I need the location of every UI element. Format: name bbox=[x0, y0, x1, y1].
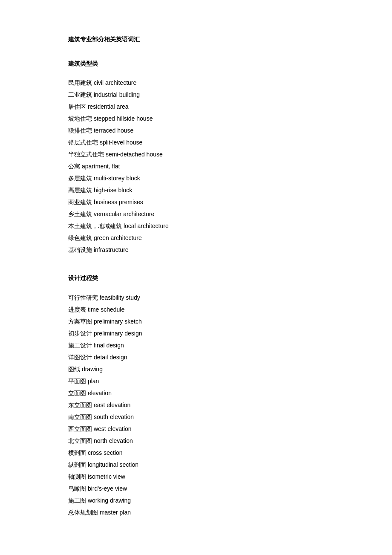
vocab-english: industrial building bbox=[94, 91, 140, 98]
vocab-chinese: 施工图 bbox=[68, 497, 86, 504]
vocab-english: stepped hillside house bbox=[94, 115, 153, 122]
vocab-item: 工业建筑 industrial building bbox=[68, 89, 324, 101]
section-building-types: 建筑类型类民用建筑 civil architecture工业建筑 industr… bbox=[68, 58, 324, 256]
vocab-item: 平面图 plan bbox=[68, 375, 324, 387]
vocab-item: 本土建筑，地域建筑 local architecture bbox=[68, 220, 324, 232]
vocab-item: 方案草图 preliminary sketch bbox=[68, 315, 324, 327]
vocab-english: green architecture bbox=[94, 234, 142, 241]
vocab-item: 东立面图 east elevation bbox=[68, 399, 324, 411]
vocab-english: civil architecture bbox=[94, 79, 136, 86]
vocab-english: drawing bbox=[82, 366, 103, 373]
vocab-chinese: 民用建筑 bbox=[68, 79, 92, 86]
vocab-item: 纵剖面 longitudinal section bbox=[68, 459, 324, 471]
vocab-english: feasibility study bbox=[100, 294, 140, 301]
vocab-item: 半独立式住宅 semi-detached house bbox=[68, 148, 324, 160]
vocab-english: east elevation bbox=[94, 402, 130, 408]
vocab-item: 商业建筑 business premises bbox=[68, 196, 324, 208]
vocab-english: preliminary sketch bbox=[94, 318, 142, 325]
vocab-chinese: 方案草图 bbox=[68, 318, 92, 325]
vocab-chinese: 绿色建筑 bbox=[68, 234, 92, 241]
vocab-chinese: 总体规划图 bbox=[68, 509, 98, 516]
vocab-item: 基础设施 infrastructure bbox=[68, 244, 324, 256]
vocab-chinese: 进度表 bbox=[68, 306, 86, 313]
vocab-chinese: 可行性研究 bbox=[68, 294, 98, 301]
vocab-english: infrastructure bbox=[94, 246, 129, 253]
vocab-chinese: 基础设施 bbox=[68, 246, 92, 253]
vocab-item: 公寓 apartment, flat bbox=[68, 160, 324, 172]
vocab-item: 横剖面 cross section bbox=[68, 447, 324, 459]
vocab-english: cross section bbox=[88, 449, 123, 456]
vocab-english: preliminary design bbox=[94, 330, 142, 337]
vocab-item: 详图设计 detail design bbox=[68, 351, 324, 363]
vocab-english: working drawing bbox=[88, 497, 131, 504]
vocab-item: 民用建筑 civil architecture bbox=[68, 77, 324, 89]
vocab-english: north elevation bbox=[94, 437, 133, 444]
vocab-english: west elevation bbox=[94, 425, 132, 432]
vocab-item: 坡地住宅 stepped hillside house bbox=[68, 113, 324, 124]
vocab-chinese: 多层建筑 bbox=[68, 175, 92, 182]
vocab-chinese: 坡地住宅 bbox=[68, 115, 92, 122]
vocab-english: local architecture bbox=[124, 223, 169, 229]
vocab-item: 乡土建筑 vernacular architecture bbox=[68, 208, 324, 220]
page-title: 建筑专业部分相关英语词汇 bbox=[68, 34, 324, 45]
vocab-english: isometric view bbox=[88, 473, 125, 480]
vocab-english: final design bbox=[94, 342, 124, 349]
vocab-chinese: 轴测图 bbox=[68, 473, 86, 480]
vocab-english: master plan bbox=[100, 509, 131, 516]
vocab-item: 立面图 elevation bbox=[68, 387, 324, 399]
vocab-item: 轴测图 isometric view bbox=[68, 471, 324, 483]
vocab-chinese: 图纸 bbox=[68, 366, 80, 373]
vocab-english: business premises bbox=[94, 199, 143, 205]
vocab-english: split-level house bbox=[100, 139, 142, 146]
vocab-chinese: 居住区 bbox=[68, 103, 86, 110]
vocab-english: vernacular architecture bbox=[94, 211, 154, 217]
vocab-chinese: 初步设计 bbox=[68, 330, 92, 337]
vocab-chinese: 错层式住宅 bbox=[68, 139, 98, 146]
vocab-chinese: 西立面图 bbox=[68, 425, 92, 432]
vocab-item: 总体规划图 master plan bbox=[68, 506, 324, 518]
vocab-list-building-types: 民用建筑 civil architecture工业建筑 industrial b… bbox=[68, 77, 324, 256]
vocab-item: 联排住宅 terraced house bbox=[68, 124, 324, 136]
vocab-english: semi-detached house bbox=[106, 151, 163, 158]
vocab-english: apartment, flat bbox=[82, 163, 120, 170]
vocab-english: south elevation bbox=[94, 413, 134, 420]
vocab-english: longitudinal section bbox=[88, 461, 138, 468]
vocab-item: 居住区 residential area bbox=[68, 101, 324, 113]
vocab-item: 进度表 time schedule bbox=[68, 304, 324, 315]
vocab-chinese: 平面图 bbox=[68, 378, 86, 384]
vocab-chinese: 联排住宅 bbox=[68, 127, 92, 134]
vocab-item: 多层建筑 multi-storey block bbox=[68, 172, 324, 184]
vocab-list-design-process: 可行性研究 feasibility study进度表 time schedule… bbox=[68, 292, 324, 518]
vocab-english: high-rise block bbox=[94, 187, 132, 194]
vocab-item: 西立面图 west elevation bbox=[68, 423, 324, 435]
vocab-chinese: 东立面图 bbox=[68, 402, 92, 408]
vocab-chinese: 立面图 bbox=[68, 390, 86, 396]
vocab-item: 北立面图 north elevation bbox=[68, 435, 324, 447]
vocab-item: 施工图 working drawing bbox=[68, 494, 324, 506]
vocab-chinese: 施工设计 bbox=[68, 342, 92, 349]
vocab-chinese: 详图设计 bbox=[68, 354, 92, 361]
section-heading-design-process: 设计过程类 bbox=[68, 273, 324, 283]
vocab-chinese: 南立面图 bbox=[68, 413, 92, 420]
vocab-item: 绿色建筑 green architecture bbox=[68, 232, 324, 244]
section-design-process: 设计过程类可行性研究 feasibility study进度表 time sch… bbox=[68, 273, 324, 518]
vocab-item: 高层建筑 high-rise block bbox=[68, 184, 324, 196]
vocab-item: 施工设计 final design bbox=[68, 339, 324, 351]
page-container: 建筑专业部分相关英语词汇 建筑类型类民用建筑 civil architectur… bbox=[68, 34, 324, 518]
vocab-english: elevation bbox=[88, 390, 112, 396]
section-heading-building-types: 建筑类型类 bbox=[68, 58, 324, 69]
vocab-chinese: 高层建筑 bbox=[68, 187, 92, 194]
vocab-english: plan bbox=[88, 378, 99, 384]
vocab-english: residential area bbox=[88, 103, 129, 110]
vocab-english: terraced house bbox=[94, 127, 133, 134]
vocab-chinese: 鸟瞰图 bbox=[68, 485, 86, 492]
vocab-english: time schedule bbox=[88, 306, 124, 313]
vocab-chinese: 商业建筑 bbox=[68, 199, 92, 205]
vocab-chinese: 乡土建筑 bbox=[68, 211, 92, 217]
vocab-chinese: 半独立式住宅 bbox=[68, 151, 104, 158]
vocab-chinese: 纵剖面 bbox=[68, 461, 86, 468]
vocab-item: 图纸 drawing bbox=[68, 363, 324, 375]
vocab-english: multi-storey block bbox=[94, 175, 140, 182]
vocab-item: 错层式住宅 split-level house bbox=[68, 136, 324, 148]
vocab-item: 南立面图 south elevation bbox=[68, 411, 324, 423]
